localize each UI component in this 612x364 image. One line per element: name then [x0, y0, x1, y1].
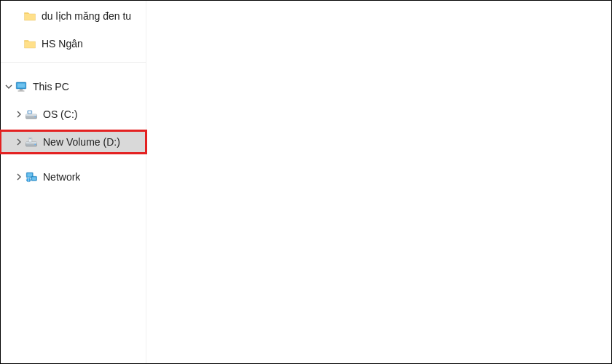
chevron-down-icon[interactable]: [4, 82, 14, 92]
content-pane: [147, 1, 611, 363]
svg-rect-3: [18, 90, 25, 92]
svg-rect-13: [29, 138, 31, 140]
chevron-right-icon[interactable]: [14, 109, 24, 119]
this-pc-icon: [14, 79, 28, 94]
tree-item-label: New Volume (D:): [43, 136, 120, 148]
chevron-right-icon[interactable]: [14, 172, 24, 182]
svg-rect-15: [27, 173, 32, 177]
window-frame: du lịch măng đen tu HS Ngân: [0, 0, 612, 364]
disk-drive-icon: [24, 135, 39, 149]
svg-rect-17: [32, 177, 36, 180]
tree-item-drive-d[interactable]: New Volume (D:): [1, 131, 146, 153]
disk-drive-icon: [24, 107, 39, 122]
tree-item-folder[interactable]: du lịch măng đen tu: [1, 5, 146, 27]
chevron-right-icon[interactable]: [14, 137, 24, 147]
folder-icon: [23, 9, 37, 23]
svg-rect-8: [28, 111, 31, 114]
tree-item-label: HS Ngân: [42, 38, 83, 50]
svg-rect-2: [20, 90, 23, 91]
tree-item-folder[interactable]: HS Ngân: [1, 33, 146, 55]
svg-rect-10: [26, 142, 37, 143]
svg-rect-1: [17, 84, 26, 88]
svg-point-11: [34, 144, 36, 146]
navigation-pane: du lịch măng đen tu HS Ngân: [1, 1, 146, 363]
divider: [1, 62, 146, 63]
tree-item-label: OS (C:): [43, 108, 77, 120]
tree-item-label: du lịch măng đen tu: [42, 10, 131, 22]
tree-item-network[interactable]: Network: [1, 166, 146, 188]
svg-point-6: [34, 116, 36, 118]
tree-item-drive-c[interactable]: OS (C:): [1, 103, 146, 125]
quick-access-group: du lịch măng đen tu HS Ngân: [1, 5, 146, 55]
folder-icon: [23, 36, 37, 51]
tree-item-label: Network: [43, 171, 80, 183]
tree-item-label: This PC: [33, 81, 69, 92]
network-icon: [24, 170, 39, 184]
svg-rect-5: [26, 114, 37, 116]
tree-item-this-pc[interactable]: This PC: [1, 76, 146, 98]
